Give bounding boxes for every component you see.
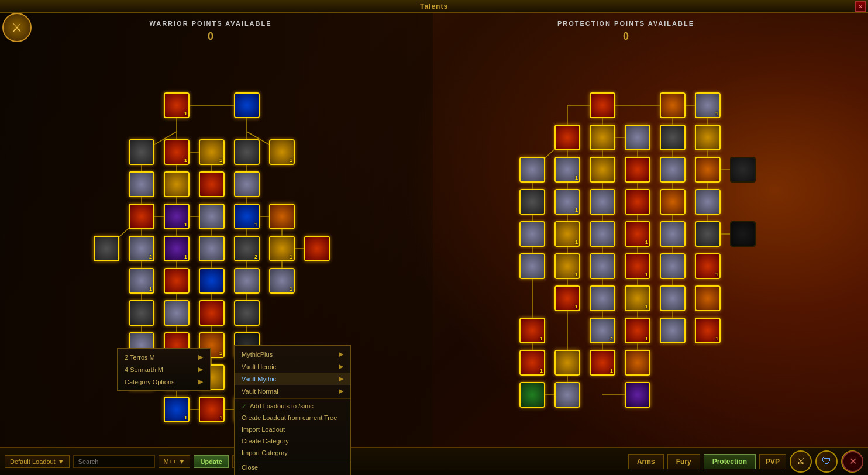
talent-node[interactable]: 2 (590, 318, 615, 343)
talent-node[interactable] (590, 92, 615, 118)
talent-node[interactable] (660, 285, 686, 311)
talent-node[interactable] (269, 204, 295, 229)
submenu-2terros[interactable]: 2 Terros M ▶ (118, 351, 210, 363)
loadout-dropdown-button[interactable]: Default Loadout ▼ (5, 455, 70, 468)
talent-node[interactable]: 1 (519, 318, 545, 343)
talent-node[interactable]: 1 (625, 253, 650, 279)
talent-node[interactable]: 1 (234, 204, 260, 229)
talent-node[interactable] (234, 300, 260, 326)
talent-node[interactable] (625, 189, 650, 215)
talent-node[interactable] (660, 318, 686, 343)
talent-node[interactable] (519, 189, 545, 215)
spec-fury-button[interactable]: Fury (667, 454, 700, 469)
talent-node[interactable]: 1 (164, 236, 190, 261)
talent-node[interactable]: 1 (164, 204, 190, 229)
talent-node[interactable] (199, 236, 225, 261)
talent-node[interactable]: 1 (625, 318, 650, 343)
talent-node[interactable] (625, 157, 650, 183)
talent-node[interactable] (554, 125, 580, 150)
talent-node[interactable] (129, 171, 154, 197)
talent-node[interactable]: 2 (129, 236, 154, 261)
talent-node[interactable]: 1 (695, 253, 721, 279)
ctx-create-category[interactable]: Create Category (235, 435, 350, 447)
ctx-import-category[interactable]: Import Category (235, 447, 350, 459)
talent-node[interactable] (590, 125, 615, 150)
talent-node[interactable] (234, 92, 260, 118)
talent-node[interactable] (199, 300, 225, 326)
talent-node[interactable] (625, 382, 650, 408)
spec-icon-1[interactable]: ⚔ (790, 450, 812, 473)
talent-node[interactable] (234, 268, 260, 294)
talent-node[interactable] (625, 125, 650, 150)
spec-arms-button[interactable]: Arms (628, 454, 664, 469)
talent-node[interactable]: 1 (519, 350, 545, 376)
talent-node[interactable] (660, 157, 686, 183)
ctx-close[interactable]: Close (235, 462, 350, 473)
talent-node[interactable] (695, 157, 721, 183)
spec-icon-2[interactable]: 🛡 (815, 450, 838, 473)
talent-node[interactable] (304, 236, 330, 261)
talent-node[interactable] (164, 171, 190, 197)
talent-node[interactable]: 1 (199, 397, 225, 422)
spec-pvp-button[interactable]: PVP (759, 454, 786, 469)
talent-node[interactable]: 1 (554, 221, 580, 247)
mode-selector[interactable]: M++ ▼ (159, 455, 191, 468)
talent-node[interactable] (199, 171, 225, 197)
talent-node[interactable] (519, 253, 545, 279)
talent-node[interactable]: 1 (269, 236, 295, 261)
talent-node[interactable] (695, 221, 721, 247)
talent-node[interactable] (660, 125, 686, 150)
talent-node[interactable]: 2 (234, 236, 260, 261)
ctx-create-loadout[interactable]: Create Loadout from current Tree (235, 412, 350, 424)
talent-node[interactable] (94, 236, 119, 261)
talent-node[interactable]: 1 (164, 92, 190, 118)
talent-node[interactable]: 1 (269, 139, 295, 165)
talent-node[interactable] (660, 221, 686, 247)
talent-node[interactable] (519, 221, 545, 247)
talent-node[interactable] (519, 382, 545, 408)
talent-node[interactable] (554, 382, 580, 408)
talent-node[interactable] (660, 253, 686, 279)
talent-node[interactable]: 1 (554, 157, 580, 183)
close-button[interactable]: ✕ (855, 1, 866, 12)
ctx-vault-heroic[interactable]: Vault Heroic ▶ (235, 360, 350, 373)
talent-node[interactable] (129, 300, 154, 326)
talent-node[interactable]: 1 (554, 285, 580, 311)
talent-node[interactable] (730, 221, 756, 247)
talent-node[interactable] (554, 350, 580, 376)
talent-node[interactable] (660, 92, 686, 118)
talent-node[interactable] (625, 350, 650, 376)
talent-node[interactable]: 1 (625, 221, 650, 247)
talent-node[interactable] (590, 253, 615, 279)
talent-node[interactable] (695, 125, 721, 150)
ctx-import-loadout[interactable]: Import Loadout (235, 424, 350, 435)
talent-node[interactable]: 1 (590, 350, 615, 376)
talent-node[interactable]: 1 (554, 189, 580, 215)
talent-node[interactable] (164, 300, 190, 326)
talent-node[interactable] (164, 268, 190, 294)
talent-node[interactable] (590, 189, 615, 215)
submenu-category-options[interactable]: Category Options ▶ (118, 376, 210, 388)
talent-node[interactable]: 1 (269, 268, 295, 294)
talent-node[interactable] (199, 204, 225, 229)
search-input[interactable] (73, 455, 155, 468)
submenu-4sennarth[interactable]: 4 Sennarth M ▶ (118, 363, 210, 376)
talent-node[interactable]: 1 (625, 285, 650, 311)
spec-protection-button[interactable]: Protection (704, 454, 756, 469)
talent-node[interactable]: 1 (695, 92, 721, 118)
talent-node[interactable] (234, 139, 260, 165)
talent-node[interactable]: 1 (695, 318, 721, 343)
talent-node[interactable] (199, 268, 225, 294)
talent-node[interactable] (129, 139, 154, 165)
talent-node[interactable] (519, 157, 545, 183)
ctx-add-loadouts[interactable]: ✓ Add Loadouts to /simc (235, 400, 350, 412)
talent-node[interactable]: 1 (199, 139, 225, 165)
talent-node[interactable] (660, 189, 686, 215)
talent-node[interactable] (590, 285, 615, 311)
talent-node[interactable]: 1 (554, 253, 580, 279)
talent-node[interactable] (730, 157, 756, 183)
ctx-vault-mythic[interactable]: Vault Mythic ▶ (235, 373, 350, 385)
talent-node[interactable]: 1 (129, 268, 154, 294)
close-bottom-button[interactable]: ✕ (842, 451, 863, 472)
talent-node[interactable] (695, 285, 721, 311)
